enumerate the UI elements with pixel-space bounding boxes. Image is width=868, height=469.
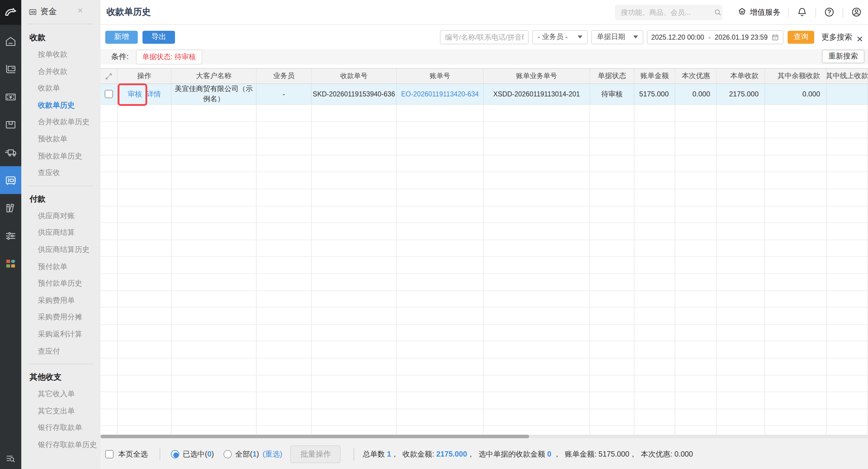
home-icon[interactable] [0,27,21,55]
search-icon[interactable] [714,8,722,16]
column-header: 业务员 [257,69,312,84]
sidebar-section-header: 其他收支 [21,369,100,385]
divider [788,7,789,17]
global-search-input[interactable] [620,7,714,17]
audit-link[interactable]: 审核 [128,89,142,99]
condition-chip[interactable]: 单据状态: 待审核 [136,50,202,64]
selected-count: 0 [207,450,211,458]
radio-unselected-icon[interactable] [223,450,232,458]
table-row-empty [100,223,868,240]
sidebar-item-采购费用分摊[interactable]: 采购费用分摊 [21,309,100,326]
horizontal-scrollbar-thumb[interactable] [100,435,529,438]
sidebar-item-预收款单[interactable]: 预收款单 [21,131,100,148]
table-row-empty [100,274,868,291]
sidebar-item-查应收[interactable]: 查应收 [21,164,100,181]
sidebar-item-供应商对账[interactable]: 供应商对账 [21,208,100,224]
date-to[interactable]: 2026.01.19 23:59 [715,33,768,40]
money-icon[interactable] [0,83,21,111]
all-radio-option[interactable]: 全部(1) [223,449,259,459]
column-header: 本次优惠 [675,69,717,84]
table-row-empty [100,324,868,341]
bill-no-link[interactable]: EO-20260119113420-634 [401,91,479,98]
sidebar-item-合并收款[interactable]: 合并收款 [21,63,100,80]
sidebar-item-采购费用单[interactable]: 采购费用单 [21,292,100,309]
sidebar-item-查应付[interactable]: 查应付 [21,343,100,359]
icon-bar-items [0,25,21,277]
chevron-down-icon [578,35,583,38]
keyword-input[interactable] [440,30,529,44]
research-button[interactable]: 重新搜索 [822,50,864,63]
date-from[interactable]: 2025.12.20 00:00 [651,33,704,40]
notifications-bell-icon[interactable] [797,6,808,18]
sidebar-title-row: 资金 × [21,0,100,24]
cell-discount: 0.000 [675,84,717,104]
radio-selected-icon[interactable] [171,450,179,458]
table-row-empty [100,342,868,358]
sidebar-item-其它支出单[interactable]: 其它支出单 [21,403,100,419]
sidebar-close-icon[interactable]: × [78,6,83,15]
table-row-empty [100,105,868,122]
query-button[interactable]: 查询 [788,30,814,43]
sidebar-item-采购返利计算[interactable]: 采购返利计算 [21,326,100,343]
sidebar-item-预收款单历史[interactable]: 预收款单历史 [21,148,100,164]
selected-label-close: ) [211,450,214,458]
settings-icon[interactable] [0,222,21,250]
cell-bill_amount: 5175.000 [634,84,675,104]
summary-value: 2175.000 [436,450,467,458]
search-menu-icon[interactable] [0,452,21,464]
spacer [100,64,868,68]
sidebar-item-银行存取款单历史[interactable]: 银行存取款单历史 [21,436,100,453]
horizontal-scrollbar[interactable] [100,435,868,438]
funds-icon[interactable] [0,166,21,194]
selected-radio-option[interactable]: 已选中(0) [171,449,214,459]
totals-summary: 总单数 1， 收款金额: 2175.000， 选中单据的收款金额 0 ， 账单金… [363,449,693,459]
delivery-icon[interactable] [0,138,21,166]
sidebar-item-预付款单历史[interactable]: 预付款单历史 [21,275,100,292]
sidebar-item-供应商结算[interactable]: 供应商结算 [21,224,100,241]
batch-operation-button[interactable]: 批量操作 [290,445,341,463]
row-checkbox[interactable] [105,90,113,98]
orders-icon[interactable] [0,55,21,83]
cell-bill_no: EO-20260119113420-634 [397,84,484,104]
table-row-empty [100,409,868,426]
table-row-empty [100,189,868,206]
column-header: 账单号 [397,69,484,84]
account-icon[interactable] [851,6,862,18]
sidebar-item-银行存取款单[interactable]: 银行存取款单 [21,419,100,436]
help-icon[interactable] [824,6,835,18]
column-settings-icon[interactable] [100,69,118,84]
sidebar-item-收款单历史[interactable]: 收款单历史 [21,97,100,114]
sidebar-item-供应商结算历史[interactable]: 供应商结算历史 [21,241,100,258]
sidebar-item-其它收入单[interactable]: 其它收入单 [21,385,100,403]
value-service-button[interactable]: 增值服务 [737,7,780,18]
apps-icon[interactable] [0,250,21,277]
date-type-value: 单据日期 [597,32,625,42]
export-button[interactable]: 导出 [143,30,175,43]
add-button[interactable]: 新增 [105,30,138,43]
toolbar: 新增 导出 - 业务员 - 单据日期 2025.12.20 00:00 - 20… [100,25,868,49]
date-type-select[interactable]: 单据日期 [592,30,644,44]
reselect-link[interactable]: (重选) [262,449,282,459]
inventory-icon[interactable] [0,111,21,138]
safe-icon [28,7,37,16]
more-search-link[interactable]: 更多搜索 [822,32,852,42]
global-search-box[interactable] [615,4,722,20]
detail-link[interactable]: 详情 [147,89,161,99]
sidebar-item-预付款单[interactable]: 预付款单 [21,258,100,275]
table-row-empty [100,426,868,434]
select-all-label: 本页全选 [118,449,148,459]
all-label-close: ) [257,450,259,458]
sidebar-item-收款单[interactable]: 收款单 [21,80,100,97]
date-range-picker[interactable]: 2025.12.20 00:00 - 2026.01.19 23:59 [647,30,784,44]
select-all-checkbox[interactable] [105,450,114,458]
reports-icon[interactable] [0,194,21,222]
app-logo[interactable] [0,0,21,25]
close-icon[interactable]: ✕ [857,34,863,43]
sidebar-item-合并收款单历史[interactable]: 合并收款单历史 [21,114,100,131]
divider [843,7,843,17]
salesman-select[interactable]: - 业务员 - [532,30,588,44]
sidebar-section-divider [28,186,93,186]
sidebar-item-按单收款[interactable]: 按单收款 [21,46,100,63]
column-header: 本单收款 [717,69,765,84]
table-row-empty [100,257,868,274]
